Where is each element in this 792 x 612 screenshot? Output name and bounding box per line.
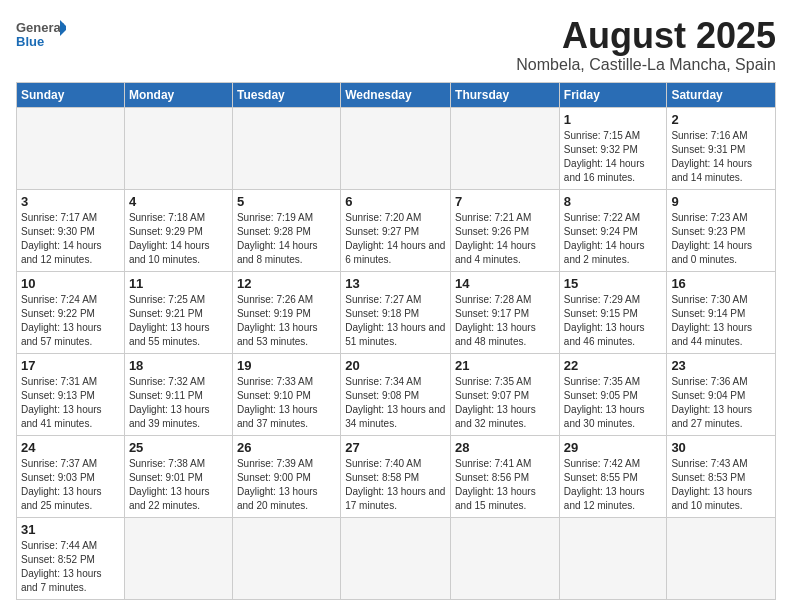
- calendar-cell: 22Sunrise: 7:35 AM Sunset: 9:05 PM Dayli…: [559, 353, 667, 435]
- week-row-6: 31Sunrise: 7:44 AM Sunset: 8:52 PM Dayli…: [17, 517, 776, 599]
- day-number: 12: [237, 276, 336, 291]
- weekday-header-friday: Friday: [559, 82, 667, 107]
- calendar-cell: 12Sunrise: 7:26 AM Sunset: 9:19 PM Dayli…: [232, 271, 340, 353]
- calendar-cell: 23Sunrise: 7:36 AM Sunset: 9:04 PM Dayli…: [667, 353, 776, 435]
- calendar-cell: [124, 517, 232, 599]
- day-number: 27: [345, 440, 446, 455]
- calendar-cell: 21Sunrise: 7:35 AM Sunset: 9:07 PM Dayli…: [451, 353, 560, 435]
- day-info: Sunrise: 7:15 AM Sunset: 9:32 PM Dayligh…: [564, 129, 663, 185]
- calendar-cell: 10Sunrise: 7:24 AM Sunset: 9:22 PM Dayli…: [17, 271, 125, 353]
- logo: General Blue: [16, 16, 66, 56]
- day-info: Sunrise: 7:32 AM Sunset: 9:11 PM Dayligh…: [129, 375, 228, 431]
- day-number: 18: [129, 358, 228, 373]
- calendar-cell: 5Sunrise: 7:19 AM Sunset: 9:28 PM Daylig…: [232, 189, 340, 271]
- day-number: 28: [455, 440, 555, 455]
- day-info: Sunrise: 7:19 AM Sunset: 9:28 PM Dayligh…: [237, 211, 336, 267]
- calendar-cell: 28Sunrise: 7:41 AM Sunset: 8:56 PM Dayli…: [451, 435, 560, 517]
- day-number: 1: [564, 112, 663, 127]
- calendar-cell: [341, 517, 451, 599]
- calendar-cell: 30Sunrise: 7:43 AM Sunset: 8:53 PM Dayli…: [667, 435, 776, 517]
- day-number: 21: [455, 358, 555, 373]
- calendar-cell: 13Sunrise: 7:27 AM Sunset: 9:18 PM Dayli…: [341, 271, 451, 353]
- day-info: Sunrise: 7:33 AM Sunset: 9:10 PM Dayligh…: [237, 375, 336, 431]
- calendar-cell: 9Sunrise: 7:23 AM Sunset: 9:23 PM Daylig…: [667, 189, 776, 271]
- week-row-4: 17Sunrise: 7:31 AM Sunset: 9:13 PM Dayli…: [17, 353, 776, 435]
- calendar-cell: [667, 517, 776, 599]
- day-info: Sunrise: 7:16 AM Sunset: 9:31 PM Dayligh…: [671, 129, 771, 185]
- weekday-header-row: SundayMondayTuesdayWednesdayThursdayFrid…: [17, 82, 776, 107]
- calendar-cell: [451, 517, 560, 599]
- weekday-header-wednesday: Wednesday: [341, 82, 451, 107]
- day-info: Sunrise: 7:31 AM Sunset: 9:13 PM Dayligh…: [21, 375, 120, 431]
- day-number: 14: [455, 276, 555, 291]
- day-info: Sunrise: 7:29 AM Sunset: 9:15 PM Dayligh…: [564, 293, 663, 349]
- day-info: Sunrise: 7:24 AM Sunset: 9:22 PM Dayligh…: [21, 293, 120, 349]
- day-number: 20: [345, 358, 446, 373]
- day-number: 3: [21, 194, 120, 209]
- day-number: 6: [345, 194, 446, 209]
- weekday-header-saturday: Saturday: [667, 82, 776, 107]
- week-row-3: 10Sunrise: 7:24 AM Sunset: 9:22 PM Dayli…: [17, 271, 776, 353]
- day-info: Sunrise: 7:27 AM Sunset: 9:18 PM Dayligh…: [345, 293, 446, 349]
- day-info: Sunrise: 7:43 AM Sunset: 8:53 PM Dayligh…: [671, 457, 771, 513]
- calendar-cell: 7Sunrise: 7:21 AM Sunset: 9:26 PM Daylig…: [451, 189, 560, 271]
- svg-text:Blue: Blue: [16, 34, 44, 49]
- calendar-table: SundayMondayTuesdayWednesdayThursdayFrid…: [16, 82, 776, 600]
- day-number: 5: [237, 194, 336, 209]
- day-number: 22: [564, 358, 663, 373]
- day-info: Sunrise: 7:38 AM Sunset: 9:01 PM Dayligh…: [129, 457, 228, 513]
- day-number: 17: [21, 358, 120, 373]
- calendar-cell: 19Sunrise: 7:33 AM Sunset: 9:10 PM Dayli…: [232, 353, 340, 435]
- weekday-header-sunday: Sunday: [17, 82, 125, 107]
- day-info: Sunrise: 7:35 AM Sunset: 9:05 PM Dayligh…: [564, 375, 663, 431]
- calendar-cell: [232, 517, 340, 599]
- day-number: 8: [564, 194, 663, 209]
- day-info: Sunrise: 7:21 AM Sunset: 9:26 PM Dayligh…: [455, 211, 555, 267]
- calendar-cell: 11Sunrise: 7:25 AM Sunset: 9:21 PM Dayli…: [124, 271, 232, 353]
- day-number: 4: [129, 194, 228, 209]
- month-title: August 2025: [516, 16, 776, 56]
- day-number: 2: [671, 112, 771, 127]
- day-number: 25: [129, 440, 228, 455]
- day-info: Sunrise: 7:35 AM Sunset: 9:07 PM Dayligh…: [455, 375, 555, 431]
- calendar-cell: 25Sunrise: 7:38 AM Sunset: 9:01 PM Dayli…: [124, 435, 232, 517]
- day-info: Sunrise: 7:30 AM Sunset: 9:14 PM Dayligh…: [671, 293, 771, 349]
- day-number: 15: [564, 276, 663, 291]
- day-number: 26: [237, 440, 336, 455]
- day-info: Sunrise: 7:36 AM Sunset: 9:04 PM Dayligh…: [671, 375, 771, 431]
- day-info: Sunrise: 7:37 AM Sunset: 9:03 PM Dayligh…: [21, 457, 120, 513]
- calendar-cell: 8Sunrise: 7:22 AM Sunset: 9:24 PM Daylig…: [559, 189, 667, 271]
- calendar-cell: [124, 107, 232, 189]
- header: General Blue August 2025 Nombela, Castil…: [16, 16, 776, 74]
- calendar-cell: [17, 107, 125, 189]
- day-info: Sunrise: 7:17 AM Sunset: 9:30 PM Dayligh…: [21, 211, 120, 267]
- day-number: 23: [671, 358, 771, 373]
- calendar-cell: 14Sunrise: 7:28 AM Sunset: 9:17 PM Dayli…: [451, 271, 560, 353]
- calendar-cell: 18Sunrise: 7:32 AM Sunset: 9:11 PM Dayli…: [124, 353, 232, 435]
- generalblue-logo: General Blue: [16, 16, 66, 56]
- day-number: 24: [21, 440, 120, 455]
- calendar-cell: 29Sunrise: 7:42 AM Sunset: 8:55 PM Dayli…: [559, 435, 667, 517]
- day-number: 31: [21, 522, 120, 537]
- week-row-2: 3Sunrise: 7:17 AM Sunset: 9:30 PM Daylig…: [17, 189, 776, 271]
- day-info: Sunrise: 7:42 AM Sunset: 8:55 PM Dayligh…: [564, 457, 663, 513]
- day-number: 29: [564, 440, 663, 455]
- svg-text:General: General: [16, 20, 64, 35]
- calendar-cell: 4Sunrise: 7:18 AM Sunset: 9:29 PM Daylig…: [124, 189, 232, 271]
- day-info: Sunrise: 7:28 AM Sunset: 9:17 PM Dayligh…: [455, 293, 555, 349]
- day-info: Sunrise: 7:18 AM Sunset: 9:29 PM Dayligh…: [129, 211, 228, 267]
- calendar-cell: [232, 107, 340, 189]
- day-info: Sunrise: 7:20 AM Sunset: 9:27 PM Dayligh…: [345, 211, 446, 267]
- title-area: August 2025 Nombela, Castille-La Mancha,…: [516, 16, 776, 74]
- calendar-cell: 24Sunrise: 7:37 AM Sunset: 9:03 PM Dayli…: [17, 435, 125, 517]
- calendar-cell: 26Sunrise: 7:39 AM Sunset: 9:00 PM Dayli…: [232, 435, 340, 517]
- day-number: 13: [345, 276, 446, 291]
- week-row-5: 24Sunrise: 7:37 AM Sunset: 9:03 PM Dayli…: [17, 435, 776, 517]
- calendar-cell: 2Sunrise: 7:16 AM Sunset: 9:31 PM Daylig…: [667, 107, 776, 189]
- day-number: 9: [671, 194, 771, 209]
- day-info: Sunrise: 7:39 AM Sunset: 9:00 PM Dayligh…: [237, 457, 336, 513]
- day-number: 11: [129, 276, 228, 291]
- calendar-cell: 15Sunrise: 7:29 AM Sunset: 9:15 PM Dayli…: [559, 271, 667, 353]
- calendar-cell: [451, 107, 560, 189]
- calendar-cell: 6Sunrise: 7:20 AM Sunset: 9:27 PM Daylig…: [341, 189, 451, 271]
